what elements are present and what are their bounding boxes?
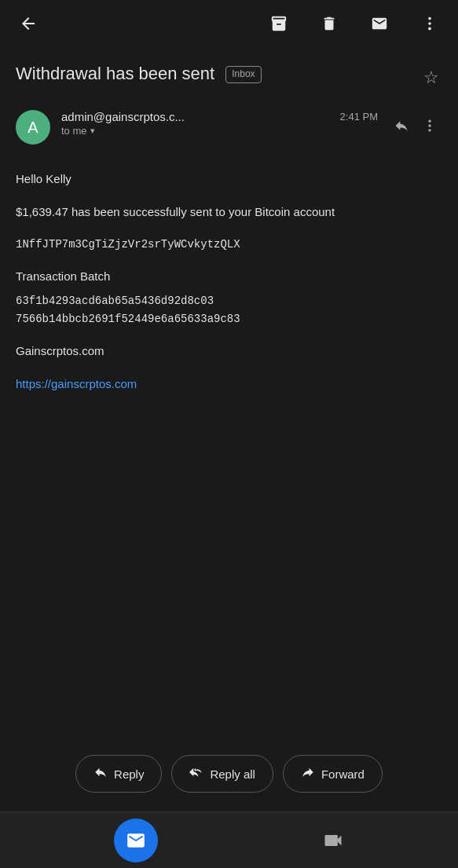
reply-pill-icon	[93, 765, 108, 782]
inbox-badge: Inbox	[225, 66, 261, 83]
sender-header-actions	[389, 113, 442, 138]
archive-icon	[270, 15, 288, 32]
email-header: A admin@gainscrptos.c... 2:41 PM to me ▾	[0, 101, 458, 154]
delete-button[interactable]	[313, 8, 345, 39]
action-bar	[0, 0, 458, 47]
delete-icon	[321, 15, 338, 32]
svg-point-5	[428, 129, 431, 131]
to-me-label: to me	[61, 125, 87, 137]
btc-address: 1NffJTP7m3CgTiZjzVr2srTyWCvkytzQLX	[16, 236, 442, 253]
svg-point-2	[428, 27, 431, 31]
reply-label: Reply	[114, 767, 144, 781]
reply-all-label: Reply all	[210, 767, 255, 781]
email-time: 2:41 PM	[340, 111, 378, 123]
transaction-hash: 63f1b4293acd6ab65a5436d92d8c03 7566b14bb…	[16, 292, 442, 328]
reply-all-button[interactable]: Reply all	[171, 755, 273, 793]
greeting-text: Hello Kelly	[16, 170, 442, 189]
compose-button[interactable]	[114, 819, 158, 863]
subject-title: Withdrawal has been sent Inbox	[16, 63, 411, 86]
forward-pill-icon	[301, 765, 315, 782]
to-me-chevron: ▾	[90, 126, 95, 136]
reply-icon	[93, 765, 108, 779]
back-area	[13, 8, 263, 39]
sender-more-button[interactable]	[417, 113, 442, 138]
quick-reply-icon	[394, 118, 409, 134]
back-icon	[19, 14, 38, 33]
video-icon	[322, 830, 344, 852]
sender-avatar: A	[16, 110, 50, 145]
forward-button[interactable]: Forward	[283, 755, 383, 793]
company-name: Gainscrptos.com	[16, 342, 442, 361]
svg-point-0	[428, 17, 431, 20]
archive-button[interactable]	[263, 8, 295, 39]
reply-button[interactable]: Reply	[75, 755, 162, 793]
svg-point-3	[428, 120, 431, 123]
header-action-icons	[263, 8, 445, 39]
star-button[interactable]: ☆	[420, 64, 442, 91]
bottom-nav	[0, 811, 458, 868]
sender-more-icon	[422, 118, 438, 134]
transaction-label: Transaction Batch	[16, 267, 442, 286]
sender-info: admin@gainscrptos.c... 2:41 PM to me ▾	[61, 110, 378, 137]
company-link[interactable]: https://gainscrptos.com	[16, 377, 137, 390]
mail-button[interactable]	[364, 8, 395, 39]
back-button[interactable]	[13, 8, 44, 39]
subject-area: Withdrawal has been sent Inbox ☆	[0, 47, 458, 101]
svg-point-4	[428, 124, 431, 126]
svg-point-1	[428, 22, 431, 25]
compose-icon	[126, 830, 146, 851]
subject-text: Withdrawal has been sent	[16, 64, 214, 83]
company-link-para: https://gainscrptos.com	[16, 375, 442, 394]
sender-email: admin@gainscrptos.c...	[61, 110, 185, 123]
more-options-icon	[421, 15, 438, 32]
amount-text: $1,639.47 has been successfully sent to …	[16, 203, 442, 222]
email-body: Hello Kelly $1,639.47 has been successfu…	[0, 154, 458, 739]
to-me-row[interactable]: to me ▾	[61, 125, 378, 137]
quick-reply-button[interactable]	[389, 113, 414, 138]
reply-all-icon	[189, 765, 203, 779]
tx-hash-1: 63f1b4293acd6ab65a5436d92d8c03	[16, 295, 214, 307]
reply-all-pill-icon	[189, 765, 203, 782]
sender-row: admin@gainscrptos.c... 2:41 PM	[61, 110, 378, 123]
video-button[interactable]	[322, 830, 344, 852]
bottom-actions: Reply Reply all Forward	[0, 739, 458, 811]
forward-label: Forward	[321, 767, 365, 781]
tx-hash-2: 7566b14bbcb2691f52449e6a65633a9c83	[16, 313, 240, 325]
forward-icon	[301, 765, 315, 779]
more-options-button[interactable]	[414, 8, 445, 39]
mail-icon	[371, 15, 388, 32]
